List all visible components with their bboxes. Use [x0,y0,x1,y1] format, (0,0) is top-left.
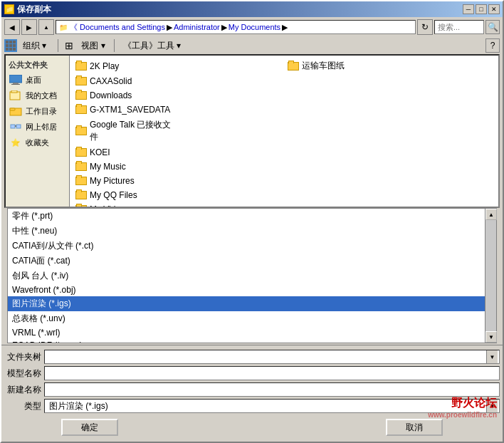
folder-icon [75,91,87,100]
list-item[interactable] [285,203,387,207]
model-row: 模型名称 [4,366,500,380]
list-item[interactable]: KOEI [73,146,175,159]
list-item[interactable]: My Pictures [73,174,175,187]
file-name: Google Talk 已接收文件 [90,119,172,143]
view-menu[interactable]: 视图 ▾ [77,38,109,53]
list-item[interactable] [285,160,387,173]
action-buttons: 确定 取消 [4,416,500,439]
network-label: 网上邻居 [26,122,57,132]
list-item[interactable] [285,174,387,187]
type-select[interactable]: 图片渲染 (*.igs) ▼ [44,399,500,413]
menu-divider2 [114,39,115,52]
dropdown-item-prt[interactable]: 零件 (*.prt) [8,209,485,224]
help-button[interactable]: ? [485,38,500,53]
folder-icon [75,205,87,207]
file-list[interactable]: 2K Play 运输车图纸 CAXASolid Downloads [70,56,498,207]
search-button[interactable]: 🔍 [485,20,500,34]
list-item[interactable]: 运输车图纸 [285,58,387,73]
maximize-button[interactable]: □ [476,4,487,14]
folder-dropdown-arrow[interactable]: ▼ [486,350,498,363]
list-item[interactable] [285,118,387,145]
search-input[interactable] [434,20,484,34]
scroll-up-button[interactable]: ▲ [485,209,497,220]
list-item[interactable] [285,189,387,202]
sidebar-section-title: 公共文件夹 [6,58,69,72]
file-name: KOEI [90,147,110,157]
folder-icon [75,177,87,185]
scroll-down-button[interactable]: ▼ [485,331,497,343]
organize-menu[interactable]: 组织 ▾ [19,38,51,53]
svg-rect-6 [10,108,15,110]
sidebar-item-desktop[interactable]: 桌面 [6,72,69,88]
refresh-button[interactable]: ↻ [417,19,433,35]
folder-icon [288,62,299,71]
folder-icon [75,127,87,135]
list-item[interactable] [285,89,387,102]
sidebar-item-network[interactable]: 网上邻居 [6,119,69,135]
list-item[interactable] [285,75,387,88]
forward-button[interactable]: ▶ [21,19,37,35]
cancel-button[interactable]: 取消 [386,419,443,436]
file-name: G-XTM1_SAVEDATA [90,105,170,115]
file-name: My Videos [90,204,130,207]
dropdown-item-emn[interactable]: ECAD IDF (*.emn) [8,339,485,343]
folder-icon [75,162,87,171]
folder-select[interactable]: ▼ [44,350,500,364]
workdir-label: 工作目录 [26,106,57,117]
list-item[interactable]: Google Talk 已接收文件 [73,118,175,145]
list-item[interactable]: My QQ Files [73,189,175,202]
back-button[interactable]: ◀ [4,19,20,35]
title-controls: ─ □ ✕ [463,4,500,14]
dropdown-item-iv[interactable]: 创风 台人 (*.iv) [8,269,485,283]
file-name: 2K Play [90,61,119,71]
list-item[interactable]: CAXASolid [73,75,175,88]
content-area: 公共文件夹 桌面 我的文档 工作目 [4,54,500,343]
folder-icon [75,62,87,71]
dropdown-item-neu[interactable]: 中性 (*.neu) [8,224,485,239]
list-item[interactable]: My Music [73,160,175,173]
minimize-button[interactable]: ─ [463,4,474,14]
list-item[interactable]: G-XTM1_SAVEDATA [73,103,175,116]
list-item[interactable] [285,103,387,116]
dropdown-item-unv[interactable]: 总表格 (*.unv) [8,311,485,326]
new-name-label: 新建名称 [4,384,41,396]
model-label: 模型名称 [4,368,41,380]
dropdown-item-ct[interactable]: CATIA到/从文件 (*.ct) [8,239,485,254]
scroll-track [485,220,496,331]
up-button[interactable]: ▲ [38,19,54,35]
sidebar-item-favorites[interactable]: ⭐ 收藏夹 [6,135,69,150]
list-item[interactable]: My Videos [73,203,175,207]
dropdown-item-cat[interactable]: CATIA面 (*.cat) [8,254,485,269]
address-bar: ◀ ▶ ▲ 📁 《 Documents and Settings ▶ Admin… [1,17,503,37]
close-button[interactable]: ✕ [488,4,500,14]
ok-button[interactable]: 确定 [61,419,118,436]
address-path[interactable]: 📁 《 Documents and Settings ▶ Administrat… [56,20,416,34]
type-dropdown-list[interactable]: 零件 (*.prt) 中性 (*.neu) CATIA到/从文件 (*.ct) … [8,209,485,343]
sidebar-item-workdir[interactable]: 工作目录 [6,103,69,119]
view-section: ⊞ 视图 ▾ [63,38,109,53]
type-dropdown-arrow[interactable]: ▼ [486,400,498,412]
sidebar-item-mydocs[interactable]: 我的文档 [6,88,69,103]
svg-rect-8 [16,125,21,128]
list-item[interactable]: 2K Play [73,58,175,73]
list-item[interactable] [285,146,387,159]
new-name-input[interactable] [44,382,500,397]
list-item-downloads[interactable]: Downloads [73,89,175,102]
bottom-section: 文件夹树 ▼ 模型名称 新建名称 类型 图片渲染 (*.igs) ▼ [1,345,503,442]
tools-menu[interactable]: 《工具》工具 ▾ [119,38,185,53]
dropdown-item-wrl[interactable]: VRML (*.wrl) [8,326,485,339]
file-name: My QQ Files [90,190,137,200]
workdir-icon [9,105,23,117]
model-input[interactable] [44,366,500,380]
favorites-icon: ⭐ [9,137,23,148]
folder-icon [75,191,87,199]
favorites-label: 收藏夹 [26,137,49,148]
svg-rect-3 [10,92,20,100]
folder-label: 文件夹树 [4,351,41,363]
title-bar: 📁 保存副本 ─ □ ✕ [1,1,503,17]
view-icon: ⊞ [63,39,75,52]
new-name-row: 新建名称 [4,382,500,397]
dropdown-item-obj[interactable]: Wavefront (*.obj) [8,283,485,296]
organize-section: 组织 ▾ [4,38,51,53]
dropdown-item-igs[interactable]: 图片渲染 (*.igs) [8,296,485,311]
